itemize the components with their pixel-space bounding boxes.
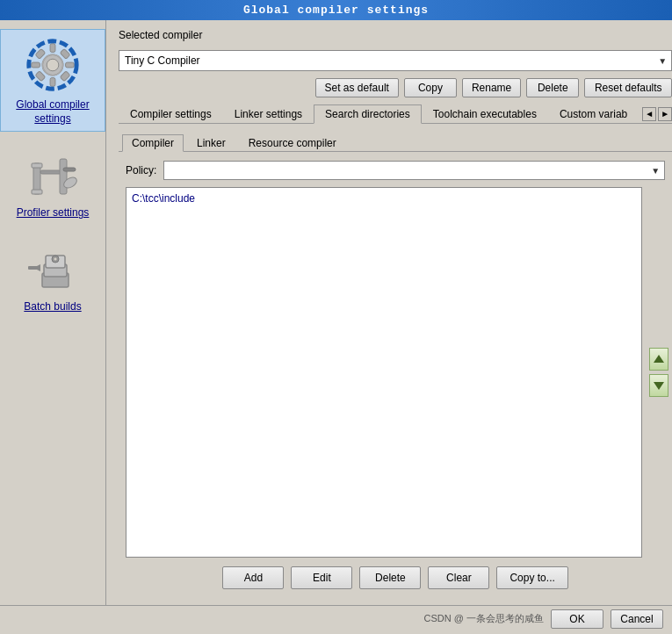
reset-defaults-button[interactable]: Reset defaults (584, 78, 672, 97)
tab-search-directories[interactable]: Search directories (314, 104, 422, 124)
svg-rect-8 (35, 71, 46, 82)
tab-linker-settings[interactable]: Linker settings (223, 104, 314, 123)
ok-button[interactable]: OK (551, 609, 603, 629)
set-as-default-button[interactable]: Set as default (315, 78, 399, 97)
gear-icon (23, 35, 83, 95)
selected-compiler-label: Selected compiler (119, 29, 672, 41)
edit-button[interactable]: Edit (291, 566, 352, 589)
svg-rect-16 (60, 159, 67, 194)
svg-rect-5 (66, 62, 75, 68)
sub-tab-resource-compiler[interactable]: Resource compiler (239, 134, 346, 151)
tab-compiler-settings[interactable]: Compiler settings (119, 104, 223, 123)
clear-button[interactable]: Clear (428, 566, 489, 589)
batch-builds-icon (25, 240, 82, 297)
svg-rect-7 (60, 49, 70, 60)
profiler-icon (25, 146, 82, 203)
tabs-content: Compiler Linker Resource compiler Policy… (119, 131, 672, 596)
copy-button[interactable]: Copy (404, 78, 457, 97)
copy-to-button[interactable]: Copy to... (496, 566, 567, 589)
down-arrow-icon (653, 379, 665, 392)
directory-list: C:\tcc\include (126, 187, 642, 558)
move-up-button[interactable] (649, 348, 668, 371)
sidebar-item-global-compiler[interactable]: Global compiler settings (0, 29, 105, 132)
sidebar-item-batch-builds[interactable]: Batch builds (0, 234, 105, 320)
policy-label: Policy: (126, 164, 156, 177)
compiler-select[interactable]: Tiny C Compiler (119, 50, 672, 71)
svg-rect-25 (28, 266, 40, 270)
svg-marker-27 (654, 382, 664, 390)
policy-select[interactable] (163, 161, 665, 180)
svg-rect-9 (60, 71, 70, 82)
status-text: CSDN @ 一条会思考的咸鱼 (424, 612, 544, 625)
add-button[interactable]: Add (222, 566, 284, 589)
sidebar-item-profiler[interactable]: Profiler settings (0, 140, 105, 226)
sidebar-item-global-label: Global compiler settings (6, 98, 99, 126)
tab-toolchain-executables[interactable]: Toolchain executables (422, 104, 548, 123)
sub-tabs-bar: Compiler Linker Resource compiler (119, 131, 672, 152)
svg-rect-14 (32, 190, 42, 194)
rename-button[interactable]: Rename (462, 78, 521, 97)
tab-nav-right-arrow[interactable]: ► (658, 107, 672, 121)
svg-rect-17 (63, 168, 76, 171)
sub-tab-linker[interactable]: Linker (187, 134, 235, 151)
tab-nav-left-arrow[interactable]: ◄ (642, 107, 656, 121)
delete-button-bottom[interactable]: Delete (359, 566, 421, 589)
sidebar-item-batch-label: Batch builds (24, 300, 81, 314)
svg-rect-4 (32, 62, 40, 68)
sidebar: Global compiler settings Profiler settin… (0, 20, 106, 605)
svg-rect-2 (50, 44, 55, 53)
title-bar: Global compiler settings (0, 0, 672, 20)
cancel-button[interactable]: Cancel (611, 609, 663, 629)
delete-button-top[interactable]: Delete (526, 78, 579, 97)
svg-point-1 (47, 59, 59, 71)
svg-rect-13 (32, 163, 42, 168)
policy-row: Policy: (122, 155, 668, 184)
title-text: Global compiler settings (243, 4, 429, 17)
bottom-buttons-row: Add Edit Delete Clear Copy to... (122, 561, 668, 593)
svg-rect-3 (50, 78, 55, 87)
main-tabs-bar: Compiler settings Linker settings Search… (119, 104, 672, 124)
sidebar-item-profiler-label: Profiler settings (17, 206, 90, 220)
up-arrow-icon (653, 353, 665, 365)
status-bar: CSDN @ 一条会思考的咸鱼 OK Cancel (0, 605, 672, 631)
sub-tab-compiler[interactable]: Compiler (122, 134, 184, 152)
move-down-button[interactable] (649, 374, 668, 397)
svg-marker-26 (654, 355, 664, 363)
dir-entry-0: C:\tcc\include (130, 191, 638, 205)
tab-custom-variables[interactable]: Custom variab (548, 104, 639, 123)
svg-rect-6 (35, 49, 46, 60)
svg-point-23 (54, 257, 57, 261)
content-area: Selected compiler Tiny C Compiler Set as… (106, 20, 672, 605)
